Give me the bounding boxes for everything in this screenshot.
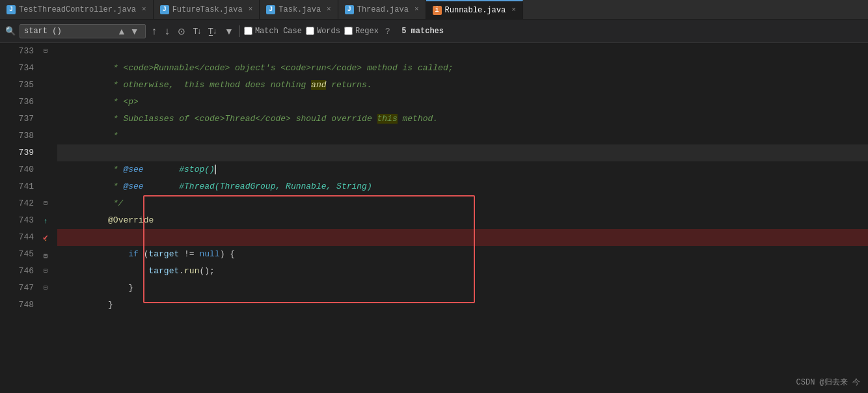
- watermark: CSDN @归去来 今: [796, 377, 860, 388]
- search-icon-box: 🔍: [5, 26, 16, 36]
- code-line-736: * Subclasses of <code>Thread</code> shou…: [57, 94, 868, 111]
- search-bar: 🔍 ▲ ▼ ↑ ↓ ⊙ T↓ T̲↓ ▼ Match Case Words Re…: [0, 20, 868, 43]
- tab-close-runnable[interactable]: ×: [511, 7, 516, 14]
- line-num-746: 746: [0, 263, 34, 280]
- find-icon: 🔍: [5, 26, 16, 36]
- code-line-741: */: [57, 178, 868, 195]
- tab-futuretask[interactable]: J FutureTask.java ×: [154, 0, 260, 20]
- line-num-740: 740: [0, 161, 34, 178]
- tab-label-futuretask: FutureTask.java: [172, 5, 243, 14]
- code-line-738: * @see #start(): [57, 128, 868, 144]
- help-button[interactable]: ?: [383, 26, 392, 36]
- search-T2-button[interactable]: T̲↓: [206, 27, 219, 35]
- line-num-735: 735: [0, 77, 34, 94]
- search-next-button[interactable]: ▼: [128, 27, 141, 36]
- line-num-734: 734: [0, 60, 34, 77]
- tab-icon-testthread: J: [7, 5, 16, 14]
- tab-label-thread: Thread.java: [357, 5, 409, 14]
- search-circle-button[interactable]: ⊙: [176, 27, 187, 36]
- tab-close-task[interactable]: ×: [327, 6, 331, 13]
- code-line-743: public void run() {: [57, 212, 868, 229]
- tab-label-task: Task.java: [278, 5, 321, 14]
- tab-icon-runnable: i: [433, 6, 442, 15]
- line-num-747: 747: [0, 280, 34, 297]
- line-num-736: 736: [0, 94, 34, 111]
- code-line-748: [57, 297, 868, 314]
- search-up-button[interactable]: ↑: [150, 26, 159, 36]
- line-num-742: 742: [0, 195, 34, 212]
- tab-close-thread[interactable]: ×: [414, 6, 419, 13]
- code-line-739: * @see #stop(): [57, 144, 868, 161]
- fold-746[interactable]: ⊟: [39, 263, 52, 280]
- up-arrow-icon: ↑: [44, 217, 48, 225]
- code-line-737: *: [57, 111, 868, 128]
- code-line-746: }: [57, 263, 868, 280]
- editor-area: 733 734 735 736 737 738 739 740 741 742 …: [0, 43, 868, 393]
- gutter-743-icons: ↑ ↓ ⊟: [39, 212, 52, 229]
- line-num-744: 744: [0, 229, 34, 246]
- tab-icon-futuretask: J: [160, 5, 169, 14]
- divider-1: [239, 25, 240, 37]
- tab-bar: J TestThreadController.java × J FutureTa…: [0, 0, 868, 20]
- code-line-745: target.run();: [57, 246, 868, 263]
- tab-runnable[interactable]: i Runnable.java ×: [426, 0, 523, 20]
- line-num-738: 738: [0, 128, 34, 144]
- match-case-toggle[interactable]: Match Case: [244, 27, 302, 36]
- search-input-wrap: ▲ ▼: [20, 24, 146, 38]
- tab-close-futuretask[interactable]: ×: [249, 6, 253, 13]
- tab-task[interactable]: J Task.java ×: [260, 0, 338, 20]
- line-num-748: 748: [0, 297, 34, 314]
- tab-label-runnable: Runnable.java: [445, 6, 506, 15]
- line-num-743: 743: [0, 212, 34, 229]
- fold-743[interactable]: ⊟: [39, 43, 52, 60]
- words-checkbox[interactable]: [306, 27, 314, 35]
- matches-count: 5 matches: [401, 27, 444, 36]
- gutter: ⊟ ⊟ ↑ ↓ ⊟ ✔ ⊟ ⊟ ⊟: [39, 43, 52, 393]
- tab-thread[interactable]: J Thread.java ×: [338, 0, 426, 20]
- regex-checkbox[interactable]: [344, 27, 353, 35]
- code-line-744: if (target != null) {: [57, 229, 868, 246]
- code-line-733: * <code>Runnable</code> object's <code>r…: [57, 43, 868, 60]
- check-icon: ✔: [43, 233, 48, 243]
- line-num-737: 737: [0, 111, 34, 128]
- code-content[interactable]: * <code>Runnable</code> object's <code>r…: [52, 43, 868, 393]
- tab-label-testthread: TestThreadController.java: [19, 5, 136, 14]
- fold-744[interactable]: ⊟: [44, 252, 47, 260]
- regex-toggle[interactable]: Regex: [344, 27, 379, 36]
- code-line-747: }: [57, 280, 868, 297]
- tab-testthread[interactable]: J TestThreadController.java ×: [0, 0, 154, 20]
- words-label: Words: [317, 27, 340, 36]
- match-case-checkbox[interactable]: [244, 27, 252, 35]
- regex-label: Regex: [355, 27, 379, 36]
- filter-button[interactable]: ▼: [223, 26, 236, 36]
- words-toggle[interactable]: Words: [306, 27, 340, 36]
- search-prev-button[interactable]: ▲: [115, 27, 128, 36]
- line-num-739: 739: [0, 144, 34, 161]
- code-line-735: * <p>: [57, 77, 868, 94]
- search-input[interactable]: [24, 27, 115, 36]
- line-num-733: 733: [0, 43, 34, 60]
- search-down-button[interactable]: ↓: [163, 26, 172, 36]
- code-line-742: @Override: [57, 195, 868, 212]
- code-line-740: * @see #Thread(ThreadGroup, Runnable, St…: [57, 161, 868, 178]
- code-line-734: * otherwise, this method does nothing an…: [57, 60, 868, 77]
- line-numbers: 733 734 735 736 737 738 739 740 741 742 …: [0, 43, 39, 393]
- gutter-744-icons: ✔ ⊟: [39, 229, 52, 246]
- fold-742[interactable]: ⊟: [39, 195, 52, 212]
- tab-icon-thread: J: [345, 5, 354, 14]
- tab-close-testthread[interactable]: ×: [142, 6, 146, 13]
- fold-747[interactable]: ⊟: [39, 280, 52, 297]
- match-case-label: Match Case: [255, 27, 302, 36]
- line-num-741: 741: [0, 178, 34, 195]
- search-T-button[interactable]: T↓: [191, 27, 202, 35]
- line-num-745: 745: [0, 246, 34, 263]
- tab-icon-task: J: [266, 5, 275, 14]
